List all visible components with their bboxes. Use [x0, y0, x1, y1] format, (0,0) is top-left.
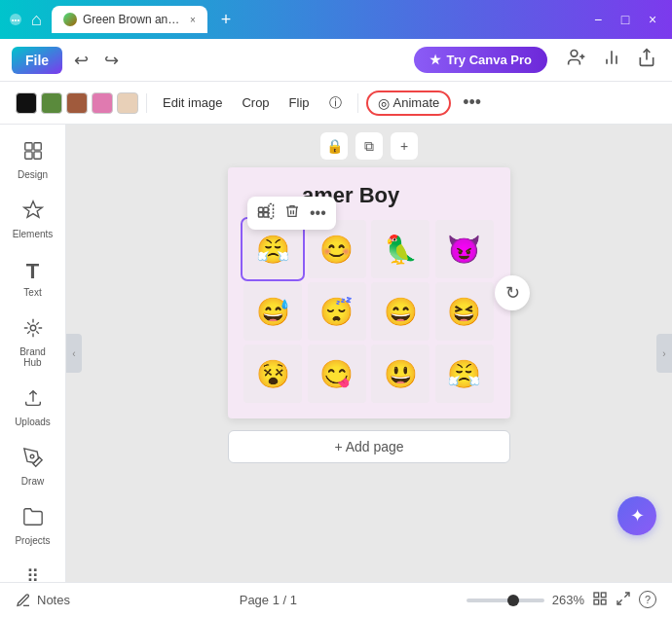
scroll-right-button[interactable]: › [656, 334, 672, 373]
sidebar-item-uploads[interactable]: Uploads [5, 380, 61, 435]
refresh-button[interactable]: ↻ [495, 275, 530, 310]
analytics-icon[interactable] [598, 44, 625, 76]
canvas-area: ‹ 🔒 ⧉ + [66, 125, 672, 582]
elements-icon [22, 200, 44, 226]
flip-button[interactable]: Flip [281, 91, 317, 114]
animate-button[interactable]: ◎ Animate [366, 91, 452, 116]
flip-label: Flip [289, 95, 310, 110]
scroll-left-button[interactable]: ‹ [66, 334, 82, 373]
try-canva-button[interactable]: ★ Try Canva Pro [414, 47, 547, 73]
animate-circle-icon: ◎ [378, 95, 390, 111]
floating-toolbar: ••• [247, 197, 336, 230]
zoom-percentage: 263% [552, 593, 584, 607]
color-swatch-black[interactable] [16, 92, 37, 114]
window-controls: − □ × [588, 12, 662, 27]
zoom-slider[interactable] [467, 599, 544, 602]
delete-button[interactable] [282, 201, 302, 225]
page-info: Page 1 / 1 [78, 593, 459, 607]
minimize-button[interactable]: − [588, 12, 608, 27]
notes-label: Notes [37, 593, 70, 607]
image-cell-9[interactable]: 😵 [243, 345, 302, 403]
svg-rect-15 [259, 213, 264, 218]
active-tab[interactable]: Green Brown and B... × [52, 6, 207, 33]
image-cell-10[interactable]: 😋 [308, 345, 366, 403]
color-swatch-green[interactable] [41, 92, 62, 114]
close-button[interactable]: × [643, 12, 662, 27]
sidebar-item-elements[interactable]: Elements [5, 192, 61, 247]
color-swatch-brown[interactable] [66, 92, 88, 114]
home-icon[interactable]: ⌂ [31, 10, 42, 30]
emoji-4: 😈 [447, 234, 481, 266]
image-cell-11[interactable]: 😃 [371, 345, 429, 403]
image-cell-7[interactable]: 😄 [371, 282, 429, 341]
add-user-icon[interactable] [563, 44, 590, 76]
sidebar-item-design[interactable]: Design [5, 132, 61, 188]
edit-image-button[interactable]: Edit image [155, 91, 230, 114]
image-cell-4[interactable]: 😈 [435, 220, 494, 278]
copy-layout-icon[interactable]: ⧉ [355, 132, 383, 160]
image-cell-5[interactable]: 😅 [243, 282, 302, 341]
projects-icon [22, 506, 44, 532]
svg-rect-20 [594, 599, 599, 604]
emoji-12: 😤 [447, 358, 481, 390]
tab-favicon [63, 13, 77, 26]
main-toolbar: File ↩ ↪ ★ Try Canva Pro [0, 39, 672, 82]
canvas-wrapper: ••• amer Boy 😤 😊 🦜 😈 [228, 167, 510, 418]
zoom-controls: 263% [467, 593, 584, 607]
add-canvas-icon[interactable]: + [391, 132, 418, 160]
maximize-button[interactable]: □ [616, 12, 635, 27]
magic-icon: ✦ [630, 505, 645, 526]
title-bar-dots: ••• [10, 14, 21, 25]
edit-toolbar: Edit image Crop Flip ⓘ ◎ Animate ••• [0, 82, 672, 125]
elements-label: Elements [13, 229, 54, 239]
grid-view-icon[interactable] [592, 591, 608, 610]
share-icon[interactable] [633, 44, 660, 76]
sidebar-item-projects[interactable]: Projects [5, 498, 61, 554]
sidebar-item-brand-hub[interactable]: Brand Hub [5, 309, 61, 376]
emoji-5: 😅 [256, 296, 290, 328]
image-cell-12[interactable]: 😤 [435, 345, 494, 403]
sidebar-item-text[interactable]: T Text [5, 251, 61, 306]
image-cell-8[interactable]: 😆 [435, 282, 494, 341]
more-grid-icon: ⠿ [26, 565, 39, 587]
more-float-button[interactable]: ••• [308, 202, 328, 224]
new-tab-button[interactable]: + [221, 10, 232, 30]
crop-label: Crop [242, 95, 269, 110]
divider-1 [146, 93, 147, 113]
brand-hub-label: Brand Hub [11, 346, 56, 368]
group-button[interactable] [255, 200, 277, 226]
svg-point-12 [30, 454, 34, 458]
color-swatch-beige[interactable] [117, 92, 138, 114]
undo-button[interactable]: ↩ [70, 46, 93, 75]
sidebar-more-button[interactable]: ⠿ [5, 558, 61, 595]
help-icon[interactable]: ? [639, 591, 656, 608]
tab-close-icon[interactable]: × [190, 15, 196, 25]
add-page-button[interactable]: + Add page [228, 430, 510, 463]
lock-icon[interactable]: 🔒 [320, 132, 348, 160]
svg-line-22 [624, 593, 629, 598]
image-cell-3[interactable]: 🦜 [371, 220, 429, 278]
fullscreen-icon[interactable] [616, 591, 631, 610]
emoji-8: 😆 [447, 296, 481, 328]
svg-rect-14 [264, 207, 269, 212]
design-label: Design [18, 169, 48, 180]
magic-button[interactable]: ✦ [617, 496, 656, 535]
sidebar-item-draw[interactable]: Draw [5, 439, 61, 494]
emoji-1: 😤 [256, 234, 290, 266]
image-cell-6[interactable]: 😴 [308, 282, 366, 341]
svg-rect-18 [594, 593, 599, 598]
notes-button[interactable]: Notes [16, 593, 70, 608]
svg-point-11 [30, 325, 36, 331]
uploads-icon [22, 387, 44, 414]
svg-rect-13 [259, 207, 264, 212]
more-options-button[interactable]: ••• [455, 89, 489, 117]
svg-line-23 [617, 599, 622, 604]
brand-hub-icon [22, 317, 44, 344]
info-button[interactable]: ⓘ [321, 91, 350, 116]
file-button[interactable]: File [12, 47, 62, 74]
svg-rect-8 [33, 143, 40, 150]
redo-button[interactable]: ↪ [100, 46, 123, 75]
color-swatch-pink[interactable] [92, 92, 113, 114]
edit-image-label: Edit image [163, 95, 222, 110]
crop-button[interactable]: Crop [234, 91, 277, 114]
